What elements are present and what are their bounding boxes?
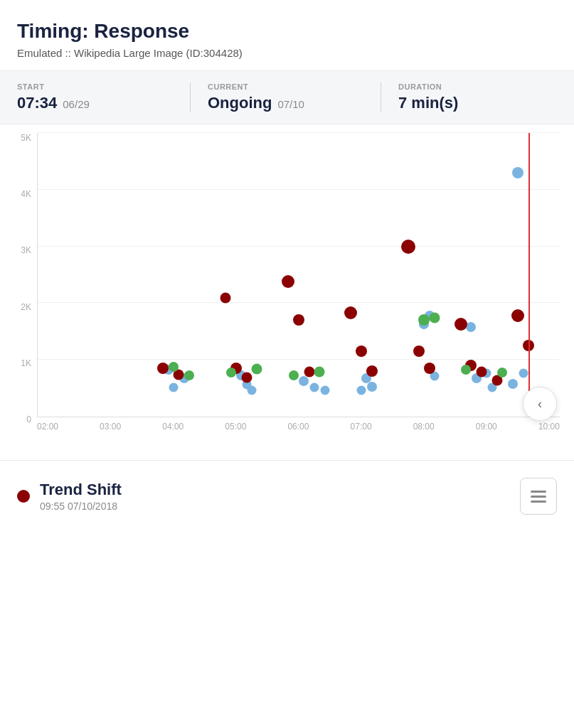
dot-blue	[519, 369, 528, 378]
stat-current: CURRENT Ongoing 07/10	[191, 82, 381, 112]
chart-section: 0 1K 2K 3K 4K 5K	[0, 124, 574, 460]
y-label-4k: 4K	[0, 189, 37, 199]
chart-wrapper: 0 1K 2K 3K 4K 5K	[0, 133, 574, 460]
trend-title: Trend Shift	[40, 481, 122, 499]
stats-bar: START 07:34 06/29 CURRENT Ongoing 07/10 …	[0, 70, 574, 124]
stat-duration-time: 7 min(s)	[398, 94, 458, 112]
dot-green	[289, 370, 299, 380]
y-label-3k: 3K	[0, 245, 37, 255]
stat-start-date: 06/29	[63, 98, 90, 110]
trend-left: Trend Shift 09:55 07/10/2018	[17, 481, 122, 512]
dot-green	[461, 365, 471, 375]
y-axis: 0 1K 2K 3K 4K 5K	[0, 133, 37, 424]
dot-blue	[367, 382, 377, 392]
x-label-0700: 07:00	[351, 422, 372, 432]
dot-red	[366, 365, 378, 377]
list-button[interactable]	[520, 478, 557, 515]
x-label-0600: 06:00	[287, 422, 309, 432]
dot-green	[314, 367, 325, 378]
stat-start-value: 07:34 06/29	[17, 94, 176, 112]
list-bar-3	[531, 500, 546, 503]
dot-red	[455, 318, 467, 331]
dot-red-high	[401, 240, 415, 254]
scroll-back-button[interactable]: ‹	[523, 387, 557, 421]
chart-area	[37, 133, 560, 417]
stat-start-label: START	[17, 82, 176, 91]
list-bar-1	[531, 491, 546, 493]
grid-line-2k	[38, 302, 560, 303]
stat-start-time: 07:34	[17, 94, 57, 112]
x-label-0900: 09:00	[476, 422, 497, 432]
dot-red	[476, 367, 487, 378]
y-label-1k: 1K	[0, 358, 37, 368]
dot-green	[226, 368, 236, 378]
header-section: Timing: Response Emulated :: Wikipedia L…	[0, 0, 574, 70]
dot-green	[418, 314, 430, 326]
dot-red	[304, 367, 314, 378]
dot-blue	[466, 322, 476, 332]
trend-section: Trend Shift 09:55 07/10/2018	[0, 461, 574, 532]
dot-red	[356, 346, 367, 357]
grid-line-3k	[38, 246, 560, 247]
stat-duration-label: DURATION	[398, 82, 557, 91]
stat-current-time: Ongoing	[208, 94, 272, 112]
x-label-0200: 02:00	[37, 422, 58, 432]
dot-blue	[508, 379, 518, 389]
y-label-5k: 5K	[0, 133, 37, 143]
y-label-2k: 2K	[0, 302, 37, 312]
page-container: Timing: Response Emulated :: Wikipedia L…	[0, 0, 574, 532]
dot-green	[252, 364, 262, 375]
dot-red	[511, 309, 524, 322]
stat-start: START 07:34 06/29	[17, 82, 191, 112]
x-axis: 02:00 03:00 04:00 05:00 06:00 07:00 08:0…	[37, 417, 560, 432]
grid-line-5k	[38, 132, 560, 133]
y-label-0: 0	[0, 414, 37, 424]
dot-green	[184, 370, 194, 380]
dot-blue	[320, 386, 329, 395]
chevron-left-icon: ‹	[538, 397, 542, 412]
dot-green	[497, 368, 507, 378]
grid-line-4k	[38, 189, 560, 190]
dot-blue	[169, 383, 178, 392]
list-bar-2	[531, 496, 546, 498]
stat-duration: DURATION 7 min(s)	[381, 82, 557, 112]
x-label-0500: 05:00	[225, 422, 246, 432]
dot-blue	[299, 376, 309, 386]
page-title: Timing: Response	[17, 20, 557, 43]
dot-blue-high	[512, 167, 523, 178]
stat-duration-value: 7 min(s)	[398, 94, 557, 112]
dot-red	[413, 346, 425, 357]
dot-green	[169, 362, 179, 372]
dot-red	[241, 373, 252, 383]
x-label-0400: 04:00	[162, 422, 184, 432]
dot-red	[157, 363, 169, 374]
stat-current-date: 07/10	[277, 98, 304, 110]
x-label-0300: 03:00	[100, 422, 121, 432]
stat-current-label: CURRENT	[208, 82, 366, 91]
current-time-line	[528, 133, 530, 417]
dot-red-high	[220, 293, 231, 304]
grid-line-1k	[38, 359, 560, 360]
stat-current-value: Ongoing 07/10	[208, 94, 366, 112]
dot-blue	[357, 386, 366, 395]
x-label-1000: 10:00	[538, 422, 560, 432]
dot-blue	[310, 383, 319, 392]
dot-red	[344, 306, 357, 319]
dot-red-high	[282, 275, 294, 288]
dot-red	[424, 363, 435, 374]
trend-dot-icon	[17, 490, 30, 503]
dot-red	[293, 314, 304, 326]
trend-info: Trend Shift 09:55 07/10/2018	[40, 481, 122, 512]
page-subtitle: Emulated :: Wikipedia Large Image (ID:30…	[17, 47, 557, 59]
dot-blue	[247, 386, 256, 395]
x-label-0800: 08:00	[413, 422, 435, 432]
list-icon	[531, 491, 546, 503]
trend-time: 09:55 07/10/2018	[40, 500, 122, 512]
dot-green	[429, 313, 440, 323]
